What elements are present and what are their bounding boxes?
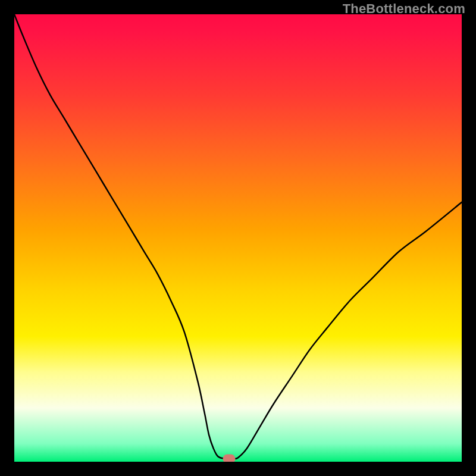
optimal-marker	[223, 455, 235, 462]
watermark-text: TheBottleneck.com	[343, 1, 465, 17]
chart-frame: TheBottleneck.com	[0, 0, 476, 476]
bottleneck-curve	[14, 14, 462, 462]
plot-area	[14, 14, 462, 462]
